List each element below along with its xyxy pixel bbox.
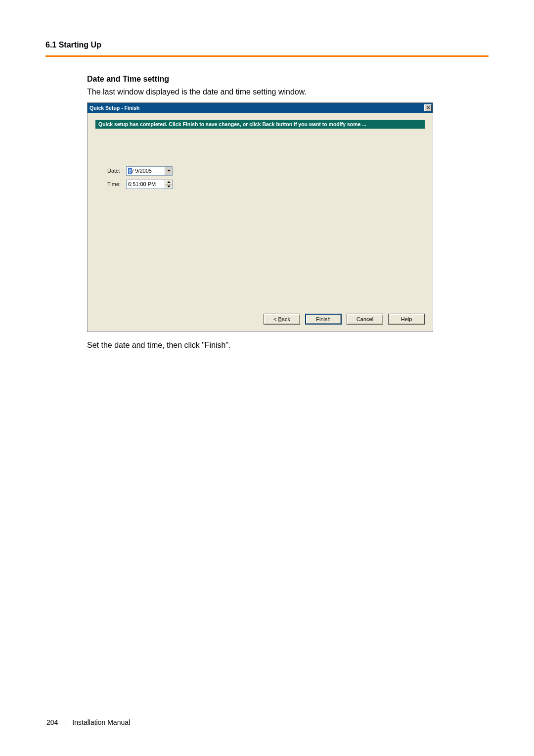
page-number: 204 [46,718,58,726]
back-button[interactable]: < Back [264,314,300,325]
back-button-label: < Back [273,316,290,322]
time-spinner[interactable] [165,180,173,189]
time-value: 6:51:00 PM [128,181,156,187]
help-button-label: Help [401,316,412,322]
time-spin-down[interactable] [165,185,172,189]
cancel-button[interactable]: Cancel [347,314,383,325]
dialog-button-row: < Back Finish Cancel Help [88,314,433,331]
chevron-up-icon [167,181,171,183]
date-label: Date: [107,168,126,174]
intro-text: The last window displayed is the date an… [87,87,489,97]
footer-doc-title: Installation Manual [72,718,130,726]
cancel-button-label: Cancel [356,316,373,322]
finish-button[interactable]: Finish [305,314,342,325]
time-spin-up[interactable] [165,180,172,185]
date-input[interactable]: 8/ 9/2005 [126,166,165,176]
date-selected-segment: 8 [128,168,132,174]
date-rest: / 9/2005 [132,168,152,174]
date-input-wrap[interactable]: 8/ 9/2005 [126,166,173,176]
footer-divider [65,717,65,727]
after-dialog-text: Set the date and time, then click "Finis… [87,340,489,351]
date-field-row: Date: 8/ 9/2005 [107,166,425,176]
dialog-titlebar: Quick Setup - Finish ✕ [88,103,433,113]
quick-setup-dialog: Quick Setup - Finish ✕ Quick setup has c… [87,102,433,332]
page-footer: 204 Installation Manual [46,717,130,727]
chevron-down-icon [167,170,171,172]
section-header: 6.1 Starting Up [45,41,489,49]
chevron-down-icon [167,186,171,188]
time-field-row: Time: 6:51:00 PM [107,180,425,189]
dialog-close-button[interactable]: ✕ [424,104,432,111]
time-label: Time: [107,181,126,187]
help-button[interactable]: Help [388,314,425,325]
dialog-spacer [95,193,425,307]
dialog-title: Quick Setup - Finish [89,105,140,111]
divider-orange [45,55,489,57]
dialog-message-banner: Quick setup has completed. Click Finish … [95,120,425,129]
close-icon: ✕ [426,105,430,110]
time-input[interactable]: 6:51:00 PM [126,180,165,189]
time-input-wrap[interactable]: 6:51:00 PM [126,180,173,189]
finish-button-label: Finish [316,316,330,322]
date-dropdown-button[interactable] [165,166,173,176]
subheading-date-time: Date and Time setting [87,75,489,84]
